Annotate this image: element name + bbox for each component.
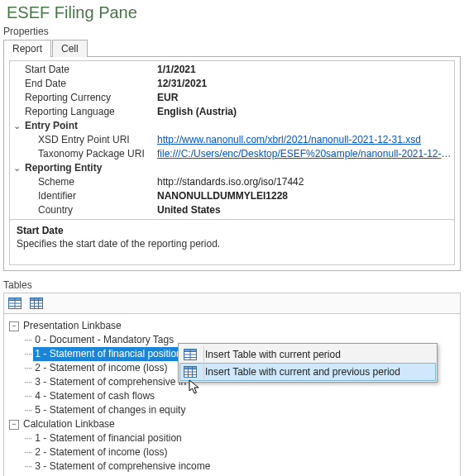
tab-report[interactable]: Report [3, 40, 51, 57]
property-row-start-date[interactable]: Start Date 1/1/2021 [10, 63, 454, 77]
table-single-icon [8, 298, 22, 309]
property-label: Entry Point [23, 119, 155, 133]
table-single-icon [184, 349, 197, 360]
svg-rect-17 [184, 367, 197, 369]
tree-item-label[interactable]: 5 - Statement of changes in equity [33, 403, 187, 417]
context-menu: Insert Table with current period Insert … [178, 343, 438, 383]
property-row-country[interactable]: Country United States [10, 203, 454, 217]
tables-toolbar [3, 293, 461, 314]
tree-group-label[interactable]: Calculation Linkbase [22, 417, 117, 431]
insert-table-current-period-button[interactable] [6, 295, 24, 312]
menu-item-label: Insert Table with current period [200, 349, 435, 360]
properties-heading: Properties [0, 24, 464, 37]
tree-item-label[interactable]: 1 - Statement of financial position [33, 431, 183, 445]
pane-title: ESEF Filing Pane [0, 0, 464, 24]
property-label: XSD Entry Point URI [23, 133, 155, 147]
property-help-text: Specifies the start date of the reportin… [17, 238, 447, 250]
table-double-icon [30, 298, 43, 309]
tables-tree[interactable]: − Presentation Linkbase ···· 0 - Documen… [3, 314, 461, 476]
collapse-icon[interactable]: − [9, 321, 19, 331]
property-value[interactable]: NANONULLDUMMYLEI1228 [155, 189, 454, 203]
property-row-identifier[interactable]: Identifier NANONULLDUMMYLEI1228 [10, 189, 454, 203]
property-value[interactable]: http://standards.iso.org/iso/17442 [155, 175, 454, 189]
property-value[interactable]: http://www.nanonull.com/xbrl/2021/nanonu… [155, 133, 454, 147]
property-group-entry-point[interactable]: ⌄ Entry Point [10, 119, 454, 133]
tree-item[interactable]: ···· 1 - Statement of financial position [7, 431, 457, 445]
tree-item-label[interactable]: 2 - Statement of income (loss) [33, 445, 169, 459]
property-label: Reporting Language [23, 105, 155, 119]
property-label: Scheme [23, 175, 155, 189]
property-label: Reporting Currency [23, 91, 155, 105]
tree-item-label[interactable]: 3 - Statement of comprehensive income [33, 459, 212, 474]
menu-item-label: Insert Table with current and previous p… [200, 366, 435, 378]
chevron-down-icon[interactable]: ⌄ [10, 161, 23, 175]
property-label: Taxonomy Package URI [23, 147, 155, 161]
property-label: Country [23, 203, 155, 217]
tab-cell[interactable]: Cell [52, 40, 88, 57]
properties-tab-content: Start Date 1/1/2021 End Date 12/31/2021 … [3, 56, 461, 271]
collapse-icon[interactable]: − [9, 420, 19, 430]
menu-item-insert-current-period[interactable]: Insert Table with current period [180, 345, 435, 364]
property-row-reporting-currency[interactable]: Reporting Currency EUR [10, 91, 454, 105]
property-value[interactable]: EUR [155, 91, 454, 105]
tree-group-calculation[interactable]: − Calculation Linkbase [7, 417, 457, 431]
property-help-panel: Start Date Specifies the start date of t… [9, 220, 455, 265]
menu-separator [203, 346, 204, 379]
property-value[interactable]: United States [155, 203, 454, 217]
property-label: End Date [23, 77, 155, 91]
tree-item-label[interactable]: 2 - Statement of income (loss) [33, 361, 169, 375]
property-grid: Start Date 1/1/2021 End Date 12/31/2021 … [9, 60, 455, 220]
menu-item-insert-current-and-previous-period[interactable]: Insert Table with current and previous p… [179, 363, 436, 381]
tree-item[interactable]: ···· 4 - Statement of cash flows [7, 389, 457, 403]
property-row-xsd-uri[interactable]: XSD Entry Point URI http://www.nanonull.… [10, 133, 454, 147]
tree-item[interactable]: ···· 5 - Statement of changes in equity [7, 403, 457, 417]
tree-item[interactable]: ···· 2 - Statement of income (loss) [7, 445, 457, 459]
property-value[interactable]: 12/31/2021 [155, 77, 454, 91]
tree-group-presentation[interactable]: − Presentation Linkbase [7, 319, 457, 333]
property-row-end-date[interactable]: End Date 12/31/2021 [10, 77, 454, 91]
tables-heading: Tables [3, 278, 461, 291]
tree-item[interactable]: ···· 3 - Statement of comprehensive inco… [7, 459, 457, 474]
chevron-down-icon[interactable]: ⌄ [10, 119, 23, 133]
tree-item-label[interactable]: 4 - Statement of cash flows [33, 389, 156, 403]
property-row-reporting-language[interactable]: Reporting Language English (Austria) [10, 105, 454, 119]
property-value[interactable]: English (Austria) [155, 105, 454, 119]
property-group-reporting-entity[interactable]: ⌄ Reporting Entity [10, 161, 454, 175]
property-label: Reporting Entity [23, 161, 155, 175]
property-row-scheme[interactable]: Scheme http://standards.iso.org/iso/1744… [10, 175, 454, 189]
property-label: Start Date [23, 63, 155, 77]
tree-group-label[interactable]: Presentation Linkbase [22, 319, 123, 333]
property-help-title: Start Date [17, 225, 447, 236]
properties-tabs: Report Cell [0, 39, 464, 56]
property-row-taxonomy-pkg-uri[interactable]: Taxonomy Package URI file:///C:/Users/en… [10, 147, 454, 161]
table-double-icon [184, 366, 197, 378]
property-value[interactable]: file:///C:/Users/enc/Desktop/ESEF%20samp… [155, 147, 454, 161]
tree-item-label[interactable]: 3 - Statement of comprehensive in [33, 375, 188, 389]
property-label: Identifier [23, 189, 155, 203]
property-value[interactable]: 1/1/2021 [155, 63, 454, 77]
tree-item-label[interactable]: 0 - Document - Mandatory Tags [33, 333, 175, 347]
tree-item-label[interactable]: 1 - Statement of financial position [33, 347, 183, 361]
insert-table-two-periods-button[interactable] [27, 295, 45, 312]
svg-rect-6 [31, 298, 43, 301]
